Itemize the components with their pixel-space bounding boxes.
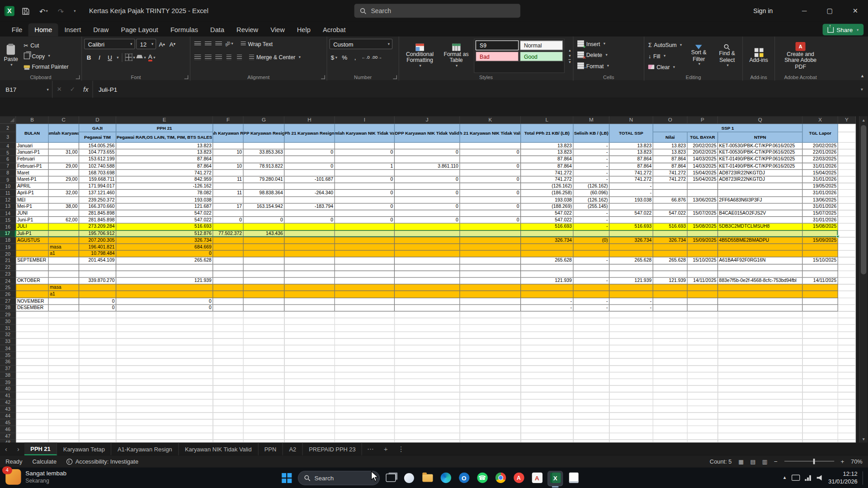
column-header-Y[interactable]: Y <box>838 116 856 124</box>
row-header-13[interactable]: 13 <box>0 203 16 210</box>
cell-I14[interactable] <box>335 210 395 217</box>
cancel-icon[interactable]: ✕ <box>52 81 66 98</box>
cell-C8[interactable] <box>49 170 79 177</box>
cell-Y18[interactable] <box>838 237 856 244</box>
cell-B29[interactable] <box>16 311 49 318</box>
cell-B10[interactable]: APRIL <box>16 183 49 190</box>
cell-F29[interactable] <box>213 311 243 318</box>
cell-D39[interactable] <box>79 379 116 386</box>
ribbon-tab-review[interactable]: Review <box>231 23 264 36</box>
row-header-47[interactable]: 47 <box>0 433 16 440</box>
sheet-nav-right-icon[interactable]: › <box>12 445 24 453</box>
cell-G31[interactable] <box>244 325 285 332</box>
cell-C30[interactable] <box>49 318 79 325</box>
cell-M5[interactable]: - <box>574 150 610 156</box>
cell-I28[interactable] <box>335 305 395 311</box>
merge-center-button[interactable]: Merge & Center▾ <box>247 52 302 62</box>
cell-M47[interactable] <box>574 433 610 440</box>
cell-Y10[interactable] <box>838 183 856 190</box>
row-header-45[interactable]: 45 <box>0 419 16 426</box>
cell-P27[interactable] <box>688 298 718 305</box>
cell-I15[interactable]: 0 <box>335 217 395 224</box>
cell-L32[interactable] <box>521 332 573 338</box>
cell-P10[interactable] <box>688 183 718 190</box>
cell-I12[interactable] <box>335 197 395 203</box>
accounting-format-button[interactable]: $▾ <box>330 52 339 62</box>
cell-J16[interactable] <box>395 224 460 230</box>
column-header-K[interactable]: K <box>460 116 521 124</box>
cell-P37[interactable] <box>688 366 718 372</box>
cell-X27[interactable] <box>803 298 838 305</box>
cell-Y28[interactable] <box>838 305 856 311</box>
cell-B21[interactable]: SEPTEMBER <box>16 258 49 264</box>
cell-X9[interactable]: 31/01/2026 <box>803 177 838 183</box>
cell-O4[interactable]: 13.823 <box>653 143 688 150</box>
cell-G39[interactable] <box>244 379 285 386</box>
cell-Y36[interactable] <box>838 359 856 366</box>
cell-Y22[interactable] <box>838 264 856 271</box>
cell-N8[interactable]: 741.272 <box>609 170 653 177</box>
cell-D4[interactable]: 154.005.256 <box>79 143 116 150</box>
cell-O30[interactable] <box>653 318 688 325</box>
increase-indent-button[interactable] <box>235 52 244 62</box>
cell-D9[interactable]: 159.668.711 <box>79 177 116 183</box>
cell-K19[interactable] <box>460 244 521 251</box>
cell-X38[interactable] <box>803 372 838 379</box>
cell-M40[interactable] <box>574 386 610 393</box>
cell-K30[interactable] <box>460 318 521 325</box>
cell-L12[interactable]: 193.038 <box>521 197 573 203</box>
cell-I31[interactable] <box>335 325 395 332</box>
cell-K34[interactable] <box>460 345 521 352</box>
cell-L40[interactable] <box>521 386 573 393</box>
italic-button[interactable]: I <box>94 52 104 62</box>
cell-K18[interactable] <box>460 237 521 244</box>
cell-D26[interactable] <box>79 291 116 298</box>
cell-Q19[interactable] <box>718 244 802 251</box>
cell-O18[interactable]: 326.734 <box>653 237 688 244</box>
cell-L4[interactable]: 13.823 <box>521 143 573 150</box>
cell-H22[interactable] <box>284 264 335 271</box>
close-button[interactable]: ✕ <box>843 0 868 22</box>
cell-H45[interactable] <box>284 419 335 426</box>
cell-E16[interactable]: 516.693 <box>116 224 213 230</box>
cell-D24[interactable]: 339.870.270 <box>79 278 116 285</box>
cell-M10[interactable]: (126.162) <box>574 183 610 190</box>
increase-decimal-button[interactable]: ←.0 <box>361 52 370 62</box>
cell-Y37[interactable] <box>838 366 856 372</box>
column-header-H[interactable]: H <box>284 116 335 124</box>
cell-Y27[interactable] <box>838 298 856 305</box>
cell-B17[interactable]: Juli-P1 <box>16 230 49 237</box>
format-painter-button[interactable]: Format Painter <box>22 61 70 71</box>
cell-F30[interactable] <box>213 318 243 325</box>
cell-P7[interactable]: 14/03/2025 <box>688 163 718 170</box>
cell-E30[interactable] <box>116 318 213 325</box>
cell-M4[interactable]: - <box>574 143 610 150</box>
cell-G40[interactable] <box>244 386 285 393</box>
cell-Y11[interactable] <box>838 190 856 197</box>
cell-B26[interactable] <box>16 291 49 298</box>
header-cell-L-both[interactable]: Total PPh 21 KB/ (LB) <box>521 124 573 143</box>
cell-E17[interactable]: 512.876 <box>116 230 213 237</box>
cell-O43[interactable] <box>653 406 688 413</box>
row-header-33[interactable]: 33 <box>0 338 16 345</box>
number-dialog-launcher-icon[interactable] <box>393 75 397 80</box>
cell-N39[interactable] <box>609 379 653 386</box>
cell-H35[interactable] <box>284 352 335 359</box>
cell-F46[interactable] <box>213 426 243 433</box>
cell-N40[interactable] <box>609 386 653 393</box>
cell-F13[interactable]: 17 <box>213 203 243 210</box>
decrease-font-size-button[interactable]: A▾ <box>168 39 177 49</box>
cell-I38[interactable] <box>335 372 395 379</box>
cell-F42[interactable] <box>213 399 243 406</box>
cell-H37[interactable] <box>284 366 335 372</box>
cell-K8[interactable] <box>460 170 521 177</box>
cell-P5[interactable]: 20/02/2025 <box>688 150 718 156</box>
cell-O45[interactable] <box>653 419 688 426</box>
cell-Y12[interactable] <box>838 197 856 203</box>
cell-E21[interactable]: 265.628 <box>116 258 213 264</box>
cell-N9[interactable]: 741.272 <box>609 177 653 183</box>
page-break-view-icon[interactable]: ▥ <box>762 458 768 464</box>
cell-E31[interactable] <box>116 325 213 332</box>
outlook-button[interactable]: O <box>457 470 471 485</box>
cell-P35[interactable] <box>688 352 718 359</box>
